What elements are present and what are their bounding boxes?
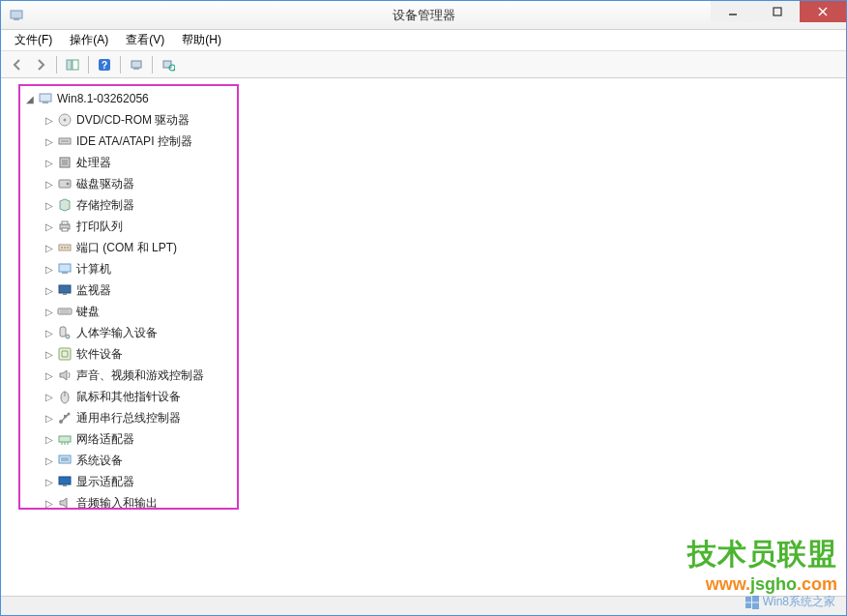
expand-icon[interactable]: ▷ [44,242,55,253]
expand-icon[interactable]: ▷ [44,220,55,232]
expand-icon[interactable]: ▷ [44,433,55,445]
scan-hardware-button[interactable] [126,54,147,75]
expand-icon[interactable]: ▷ [44,178,55,190]
svg-rect-34 [59,285,71,293]
tree-item[interactable]: ▷ DVD/CD-ROM 驱动器 [24,109,842,131]
toolbar-separator [120,56,121,73]
svg-rect-27 [62,228,68,231]
expand-icon[interactable]: ▷ [44,306,55,317]
menu-view[interactable]: 查看(V) [118,30,172,50]
hid-icon [57,325,73,340]
expand-icon[interactable]: ▷ [44,263,55,275]
printer-icon [57,219,73,234]
tree-item[interactable]: ▷ 监视器 [24,279,842,301]
tree-item-label: 人体学输入设备 [76,325,158,341]
expand-icon[interactable]: ▷ [44,284,55,296]
tree-item-label: 软件设备 [76,346,123,363]
svg-rect-53 [61,457,69,461]
tree-item[interactable]: ▷ 存储控制器 [24,194,842,216]
tree-item-label: DVD/CD-ROM 驱动器 [76,112,190,129]
back-button[interactable] [7,54,28,75]
keyboard-icon [57,304,73,319]
tree-item-label: 打印队列 [76,219,123,235]
tree-item[interactable]: ▷ 键盘 [24,301,842,322]
expand-icon[interactable]: ▷ [44,199,55,211]
tree-item[interactable]: ▷ 计算机 [24,258,842,279]
expand-icon[interactable]: ▷ [44,135,55,147]
svg-rect-48 [59,436,71,442]
svg-point-30 [64,247,66,249]
collapse-icon[interactable]: ◢ [24,93,36,104]
svg-rect-36 [58,308,72,314]
tree-item[interactable]: ▷ 处理器 [24,152,842,173]
storage-icon [57,197,73,213]
tree-item-label: 鼠标和其他指针设备 [76,389,181,405]
svg-rect-22 [62,160,68,165]
monitor-icon [57,282,73,298]
tree-item[interactable]: ▷ 显示适配器 [24,471,842,492]
minimize-button[interactable] [711,1,755,22]
tree-item[interactable]: ▷ 软件设备 [24,343,842,365]
cpu-icon [57,155,73,170]
expand-icon[interactable]: ▷ [44,114,55,126]
device-tree: ◢ Win8.1-03262056 ▷ DVD/CD-ROM 驱动器 ▷ IDE… [5,82,842,513]
sound-icon [57,367,73,383]
svg-text:?: ? [102,60,107,71]
menu-action[interactable]: 操作(A) [62,30,116,50]
expand-icon[interactable]: ▷ [44,412,55,424]
tree-item[interactable]: ▷ 人体学输入设备 [24,322,842,343]
svg-rect-55 [63,484,67,486]
toolbar-separator [56,56,57,73]
maximize-button[interactable] [755,1,800,22]
tree-item-label: 存储控制器 [76,197,134,214]
audio-icon [57,495,73,511]
disk-icon [57,176,73,191]
tree-item[interactable]: ▷ 系统设备 [24,450,842,471]
tree-item[interactable]: ▷ 声音、视频和游戏控制器 [24,365,842,386]
expand-icon[interactable]: ▷ [44,348,55,360]
expand-icon[interactable]: ▷ [44,391,55,402]
scan-changes-button[interactable] [158,54,179,75]
tree-item-label: 系统设备 [76,453,123,469]
show-hide-console-tree-button[interactable] [62,54,83,75]
expand-icon[interactable]: ▷ [44,157,55,168]
svg-rect-15 [40,94,51,102]
tree-item-label: 端口 (COM 和 LPT) [76,240,177,256]
svg-line-14 [174,70,175,71]
expand-icon[interactable]: ▷ [44,455,55,466]
menu-file[interactable]: 文件(F) [7,30,60,50]
tree-item[interactable]: ▷ 打印队列 [24,216,842,237]
svg-rect-47 [64,415,67,418]
device-tree-container[interactable]: ◢ Win8.1-03262056 ▷ DVD/CD-ROM 驱动器 ▷ IDE… [1,78,846,596]
tree-root-item[interactable]: ◢ Win8.1-03262056 [24,88,842,109]
svg-rect-7 [73,60,78,70]
display-icon [57,474,73,489]
software-icon [57,346,73,362]
usb-icon [57,410,73,425]
svg-rect-10 [131,61,141,68]
tree-item[interactable]: ▷ 网络适配器 [24,428,842,450]
computer-icon [57,261,73,277]
svg-rect-6 [67,60,72,70]
expand-icon[interactable]: ▷ [44,476,55,487]
tree-item-label: 处理器 [76,155,111,171]
expand-icon[interactable]: ▷ [44,327,55,338]
close-button[interactable] [800,1,846,22]
tree-item[interactable]: ▷ 通用串行总线控制器 [24,407,842,428]
help-button[interactable]: ? [94,54,115,75]
svg-rect-39 [60,327,66,337]
tree-item[interactable]: ▷ 鼠标和其他指针设备 [24,386,842,407]
menu-help[interactable]: 帮助(H) [174,30,229,50]
svg-point-24 [67,183,70,186]
svg-point-40 [66,335,70,338]
forward-button[interactable] [30,54,51,75]
tree-item[interactable]: ▷ 磁盘驱动器 [24,173,842,194]
expand-icon[interactable]: ▷ [44,497,55,509]
tree-item-label: 计算机 [76,261,111,278]
tree-item[interactable]: ▷ IDE ATA/ATAPI 控制器 [24,131,842,152]
toolbar: ? [1,51,846,78]
tree-item[interactable]: ▷ 端口 (COM 和 LPT) [24,237,842,258]
expand-icon[interactable]: ▷ [44,369,55,381]
device-manager-window: 设备管理器 文件(F) 操作(A) 查看(V) 帮助(H) ? [0,0,847,616]
tree-item[interactable]: ▷ 音频输入和输出 [24,492,842,513]
